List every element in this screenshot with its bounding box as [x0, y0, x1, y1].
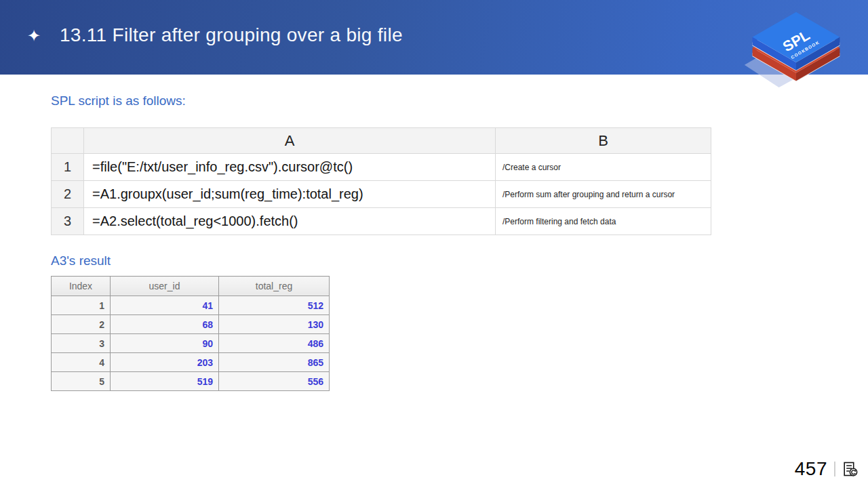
- total-reg-cell: 556: [219, 372, 330, 391]
- footer: 457: [795, 458, 859, 480]
- corner-cell: [52, 128, 84, 154]
- row-number: 1: [52, 154, 84, 181]
- index-cell: 4: [52, 353, 111, 372]
- column-header-a: A: [84, 128, 496, 154]
- code-cell: =file("E:/txt/user_info_reg.csv").cursor…: [84, 154, 496, 181]
- script-row-1: 1 =file("E:/txt/user_info_reg.csv").curs…: [52, 154, 711, 181]
- result-row: 4 203 865: [52, 353, 330, 372]
- comment-cell: /Create a cursor: [496, 154, 711, 181]
- total-reg-cell: 512: [219, 296, 330, 315]
- result-header-row: Index user_id total_reg: [52, 277, 330, 296]
- spl-script-table: A B 1 =file("E:/txt/user_info_reg.csv").…: [51, 127, 711, 235]
- code-cell: =A1.groupx(user_id;sum(reg_time):total_r…: [84, 181, 496, 208]
- user-id-cell: 68: [111, 315, 219, 334]
- script-intro-label: SPL script is as follows:: [51, 94, 186, 108]
- index-cell: 1: [52, 296, 111, 315]
- total-reg-cell: 865: [219, 353, 330, 372]
- spl-cookbook-logo: SPL COOKBOOK: [735, 5, 856, 88]
- script-row-2: 2 =A1.groupx(user_id;sum(reg_time):total…: [52, 181, 711, 208]
- index-cell: 3: [52, 334, 111, 353]
- result-col-total-reg: total_reg: [219, 277, 330, 296]
- comment-cell: /Perform filtering and fetch data: [496, 208, 711, 235]
- row-number: 2: [52, 181, 84, 208]
- comment-cell: /Perform sum after grouping and return a…: [496, 181, 711, 208]
- slide: ✦ 13.11 Filter after grouping over a big…: [0, 0, 868, 488]
- result-row: 2 68 130: [52, 315, 330, 334]
- result-label: A3's result: [51, 253, 111, 268]
- script-header-row: A B: [52, 128, 711, 154]
- footer-divider: [834, 462, 835, 476]
- result-row: 3 90 486: [52, 334, 330, 353]
- row-number: 3: [52, 208, 84, 235]
- result-row: 5 519 556: [52, 372, 330, 391]
- result-row: 1 41 512: [52, 296, 330, 315]
- code-cell: =A2.select(total_reg<1000).fetch(): [84, 208, 496, 235]
- total-reg-cell: 130: [219, 315, 330, 334]
- script-row-3: 3 =A2.select(total_reg<1000).fetch() /Pe…: [52, 208, 711, 235]
- toc-return-icon: [842, 461, 859, 477]
- user-id-cell: 519: [111, 372, 219, 391]
- user-id-cell: 203: [111, 353, 219, 372]
- user-id-cell: 41: [111, 296, 219, 315]
- user-id-cell: 90: [111, 334, 219, 353]
- total-reg-cell: 486: [219, 334, 330, 353]
- result-col-user-id: user_id: [111, 277, 219, 296]
- index-cell: 2: [52, 315, 111, 334]
- column-header-b: B: [496, 128, 711, 154]
- index-cell: 5: [52, 372, 111, 391]
- result-col-index: Index: [52, 277, 111, 296]
- four-pointed-star-icon: ✦: [27, 28, 41, 44]
- page-title: 13.11 Filter after grouping over a big f…: [60, 24, 403, 46]
- result-table: Index user_id total_reg 1 41 512 2 68 13…: [51, 276, 330, 391]
- page-number: 457: [795, 458, 827, 480]
